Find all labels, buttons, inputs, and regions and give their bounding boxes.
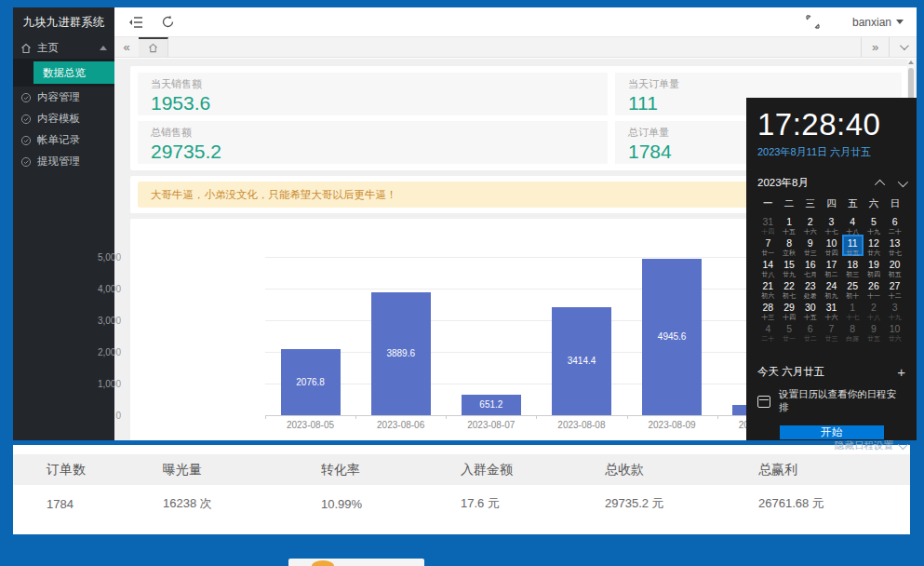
add-event-button[interactable]: + (897, 365, 905, 379)
day-number: 17 (823, 260, 840, 270)
hide-agenda-link[interactable]: 隐藏日程设置 (835, 439, 905, 452)
calendar-day-12[interactable]: 12廿六 (864, 235, 885, 256)
weekday-label: 二 (779, 197, 800, 210)
lunar-label: 廿四 (823, 249, 840, 256)
sidebar: 九块九进群系统 主页 数据总览 内容管理内容模板帐单记录提现管理 (13, 7, 114, 440)
calendar-day-5[interactable]: 5十九 (864, 213, 885, 235)
calendar-day-29[interactable]: 29十四 (779, 299, 800, 320)
lunar-label: 十八 (844, 228, 862, 235)
sidebar-item-提现管理[interactable]: 提现管理 (13, 151, 114, 172)
calendar-day-11[interactable]: 11廿五 (842, 235, 864, 256)
refresh-icon[interactable] (159, 14, 176, 31)
stat-card-label: 总销售额 (151, 126, 595, 140)
calendar-day-21[interactable]: 21初六 (757, 277, 779, 299)
calendar-next-icon[interactable] (898, 176, 908, 186)
calendar-day-1[interactable]: 1十五 (779, 213, 800, 235)
day-number: 5 (865, 217, 883, 227)
scroll-up-arrow[interactable] (908, 61, 914, 64)
x-axis-tickmark (355, 415, 356, 419)
bar-2023-08-09[interactable]: 4945.6 (642, 259, 702, 415)
calendar-day-5[interactable]: 5廿一 (779, 320, 800, 342)
lunar-label: 十五 (781, 228, 798, 235)
calendar-day-24[interactable]: 24初九 (821, 277, 842, 299)
calendar-day-31[interactable]: 31十六 (821, 299, 842, 320)
calendar-day-6[interactable]: 6廿二 (799, 320, 821, 342)
calendar-day-22[interactable]: 22初七 (779, 277, 800, 299)
collapse-sidebar-icon[interactable] (127, 14, 144, 31)
bar-2023-08-07[interactable]: 651.2 (462, 395, 521, 415)
calendar-day-15[interactable]: 15廿九 (779, 256, 800, 277)
sidebar-item-内容管理[interactable]: 内容管理 (13, 87, 114, 108)
hidden-window-edge[interactable] (288, 559, 424, 566)
fullscreen-icon[interactable] (806, 15, 821, 30)
x-axis-label: 2023-08-07 (446, 420, 536, 430)
calendar-day-7[interactable]: 7廿三 (821, 320, 842, 342)
calendar-day-16[interactable]: 16七月 (799, 256, 821, 277)
calendar-day-23[interactable]: 23处暑 (799, 277, 821, 299)
calendar-day-10[interactable]: 10廿四 (821, 235, 842, 256)
calendar-day-3[interactable]: 3十九 (884, 299, 905, 320)
calendar-icon (757, 396, 770, 408)
clock-date-link[interactable]: 2023年8月11日 六月廿五 (757, 145, 905, 159)
calendar-day-4[interactable]: 4十八 (842, 213, 864, 235)
day-number: 9 (865, 324, 883, 334)
calendar-day-1[interactable]: 1十七 (842, 299, 864, 320)
calendar-day-2[interactable]: 2十六 (799, 213, 821, 235)
x-axis-label: 2023-08-08 (536, 420, 626, 430)
calendar-day-3[interactable]: 3十七 (821, 213, 842, 235)
user-menu[interactable]: banxian (852, 16, 904, 29)
calendar-day-7[interactable]: 7廿一 (757, 235, 779, 256)
calendar-day-8[interactable]: 8白露 (842, 320, 864, 342)
weekday-label: 一 (757, 197, 779, 210)
calendar-day-30[interactable]: 30十五 (799, 299, 821, 320)
lunar-label: 廿九 (781, 271, 798, 277)
calendar-day-31[interactable]: 31十四 (757, 213, 779, 235)
day-number: 6 (801, 324, 819, 334)
calendar-day-18[interactable]: 18初三 (842, 256, 864, 277)
bar-value-label: 2076.8 (296, 377, 325, 387)
calendar-day-14[interactable]: 14廿八 (757, 256, 779, 277)
tabs-scroll-left[interactable]: « (114, 37, 139, 57)
calendar-day-19[interactable]: 19初四 (864, 256, 885, 277)
sidebar-item-label: 提现管理 (37, 155, 80, 168)
lunar-label: 十七 (823, 228, 840, 235)
lunar-label: 廿三 (801, 249, 819, 256)
sidebar-item-data-overview[interactable]: 数据总览 (33, 61, 114, 84)
sidebar-item-帐单记录[interactable]: 帐单记录 (13, 129, 114, 151)
calendar-day-6[interactable]: 6二十 (884, 213, 905, 235)
sidebar-item-内容模板[interactable]: 内容模板 (13, 108, 114, 129)
lunar-label: 七月 (801, 271, 819, 277)
calendar-day-20[interactable]: 20初五 (884, 256, 905, 277)
calendar-day-26[interactable]: 26十一 (864, 277, 885, 299)
day-number: 8 (844, 324, 862, 334)
start-button[interactable]: 开始 (780, 425, 884, 439)
bar-2023-08-06[interactable]: 3889.6 (371, 292, 431, 415)
tabs-scroll-right[interactable]: » (861, 37, 889, 57)
calendar-day-25[interactable]: 25初十 (842, 277, 864, 299)
lunar-label: 廿一 (781, 335, 798, 342)
calendar-day-17[interactable]: 17初二 (821, 256, 842, 277)
calendar-day-2[interactable]: 2十八 (864, 299, 885, 320)
calendar-day-4[interactable]: 4二十 (757, 320, 779, 342)
calendar-prev-icon[interactable] (875, 179, 885, 189)
calendar-day-27[interactable]: 27十二 (884, 277, 905, 299)
calendar-day-8[interactable]: 8立秋 (779, 235, 800, 256)
calendar-day-13[interactable]: 13廿七 (884, 235, 905, 256)
calendar-day-10[interactable]: 10廿六 (884, 320, 905, 342)
day-number: 1 (781, 217, 798, 227)
day-number: 6 (886, 217, 904, 227)
calendar-day-9[interactable]: 9廿五 (864, 320, 885, 342)
bar-2023-08-08[interactable]: 3414.4 (552, 307, 611, 415)
bar-value-label: 4945.6 (658, 331, 687, 342)
tab-home[interactable] (139, 37, 168, 57)
bar-2023-08-05[interactable]: 2076.8 (281, 349, 341, 415)
lunar-label: 二十 (759, 335, 777, 342)
calendar-day-28[interactable]: 28十三 (757, 299, 779, 320)
tabs-menu[interactable] (889, 37, 917, 57)
lunar-label: 初五 (886, 271, 904, 277)
calendar-day-9[interactable]: 9廿三 (799, 235, 821, 256)
stat-card-label: 当天销售额 (151, 77, 595, 91)
sidebar-item-home[interactable]: 主页 (13, 37, 114, 59)
top-toolbar: banxian (114, 7, 917, 37)
day-number: 2 (801, 217, 819, 227)
